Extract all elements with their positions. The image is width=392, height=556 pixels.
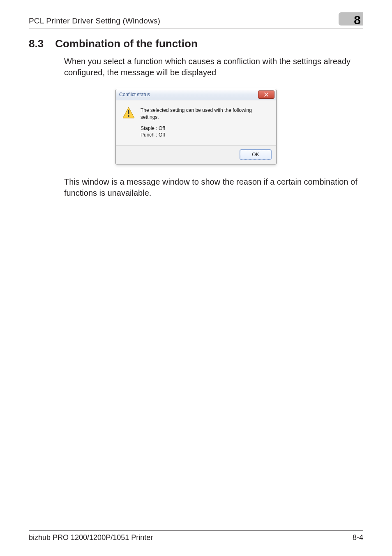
footer-separator <box>29 531 363 531</box>
conflict-status-dialog: Conflict status The selected settin <box>115 89 277 165</box>
section-outro: This window is a message window to show … <box>64 176 363 199</box>
ok-button[interactable]: OK <box>240 150 271 160</box>
footer-product: bizhub PRO 1200/1200P/1051 Printer <box>29 533 153 542</box>
dialog-setting-staple: Staple : Off <box>141 125 270 132</box>
ok-button-label: OK <box>252 152 259 158</box>
close-button[interactable] <box>258 90 274 99</box>
dialog-titlebar: Conflict status <box>116 89 276 100</box>
svg-point-2 <box>128 115 129 117</box>
dialog-title: Conflict status <box>119 92 150 97</box>
warning-icon <box>122 107 135 139</box>
footer-page-number: 8-4 <box>353 533 363 542</box>
svg-rect-1 <box>128 110 129 114</box>
dialog-setting-punch: Punch : Off <box>141 132 270 139</box>
chapter-badge: 8 <box>339 12 363 25</box>
close-icon <box>264 93 268 97</box>
header-separator <box>29 28 363 28</box>
running-header: PCL Printer Driver Setting (Windows) <box>29 16 160 25</box>
section-number: 8.3 <box>29 37 44 50</box>
section-title: Combination of the function <box>55 37 198 50</box>
section-intro: When you select a function which causes … <box>64 56 363 78</box>
chapter-number: 8 <box>354 13 361 27</box>
dialog-message: The selected setting can be used with th… <box>141 107 270 121</box>
